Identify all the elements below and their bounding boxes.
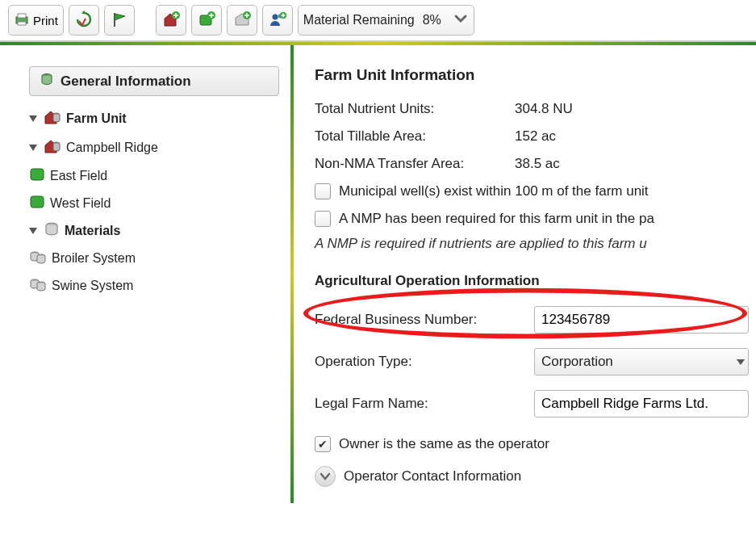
farm-icon	[44, 108, 61, 129]
checkbox[interactable]	[315, 211, 331, 227]
tree-node-field-1[interactable]: West Field	[29, 190, 279, 217]
status-label: Material Remaining	[303, 13, 415, 27]
flag-button[interactable]	[104, 5, 135, 36]
tree-node-materials[interactable]: Materials	[29, 217, 279, 245]
cylinder-icon	[40, 72, 54, 90]
check-label: A NMP has been required for this farm un…	[339, 211, 654, 227]
tree-label: Swine System	[52, 279, 133, 293]
check-nmp-required[interactable]: A NMP has been required for this farm un…	[315, 205, 756, 233]
checkbox[interactable]	[315, 436, 331, 452]
add-storage-button[interactable]	[227, 5, 257, 36]
checkbox[interactable]	[315, 183, 331, 199]
field-icon	[29, 194, 45, 213]
tree-node-field-0[interactable]: East Field	[29, 162, 279, 190]
row-transfer-area: Non-NMA Transfer Area: 38.5 ac	[315, 150, 756, 178]
cylinder-icon	[44, 221, 60, 241]
tree-label: Materials	[65, 224, 120, 238]
add-farm-button[interactable]	[156, 5, 186, 36]
tree-label: Broiler System	[52, 251, 136, 266]
field-icon	[29, 166, 45, 186]
svg-rect-1	[18, 14, 26, 18]
svg-point-8	[272, 14, 278, 19]
panel-header-title: General Information	[61, 73, 191, 90]
federal-business-number-input[interactable]	[534, 306, 749, 334]
add-contact-button[interactable]	[262, 5, 293, 36]
flag-icon	[111, 10, 128, 31]
toolbar: Print Material Remaining 8%	[0, 0, 756, 42]
check-owner-same[interactable]: Owner is the same as the operator	[315, 425, 756, 458]
chevron-down-icon	[320, 471, 331, 482]
label: Total Nutrient Units:	[315, 101, 515, 117]
tree-label: West Field	[50, 196, 111, 211]
field-add-icon	[198, 10, 215, 31]
sidebar: General Information Farm Unit Campbell R…	[0, 45, 292, 503]
row-nutrient-units: Total Nutrient Units: 304.8 NU	[315, 95, 756, 123]
refresh-icon	[75, 10, 93, 31]
collapse-icon	[29, 145, 37, 151]
tree-node-material-0[interactable]: Broiler System	[29, 245, 279, 272]
material-icon	[29, 249, 47, 268]
check-label: Owner is the same as the operator	[339, 436, 549, 452]
print-label: Print	[33, 14, 58, 27]
legal-farm-name-input[interactable]	[534, 390, 749, 417]
storage-add-icon	[233, 10, 251, 31]
row-federal-business-number: Federal Business Number:	[315, 299, 756, 341]
status-dropdown[interactable]: Material Remaining 8%	[298, 5, 474, 36]
collapse-icon	[29, 115, 37, 122]
print-icon	[14, 11, 30, 30]
svg-rect-15	[31, 196, 44, 208]
expand-label: Operator Contact Information	[344, 468, 521, 485]
tree-node-farm-unit[interactable]: Farm Unit	[29, 104, 279, 133]
section-heading-farm-unit-info: Farm Unit Information	[315, 66, 756, 84]
material-icon	[29, 276, 47, 296]
label: Total Tillable Area:	[315, 128, 515, 145]
add-field-button[interactable]	[191, 5, 222, 36]
status-value: 8%	[423, 13, 441, 27]
value: 38.5 ac	[515, 156, 560, 172]
value: 304.8 NU	[515, 101, 573, 117]
tree-label: Farm Unit	[66, 111, 127, 126]
expand-button[interactable]	[315, 466, 336, 487]
label: Federal Business Number:	[315, 312, 534, 328]
chevron-down-icon	[453, 10, 469, 30]
row-operator-contact[interactable]: Operator Contact Information	[315, 458, 756, 487]
tree-node-farm-0[interactable]: Campbell Ridge	[29, 133, 279, 162]
section-heading-ag-op-info: Agricultural Operation Information	[315, 273, 756, 289]
operation-type-select[interactable]: Corporation	[534, 348, 749, 375]
tree-node-material-1[interactable]: Swine System	[29, 272, 279, 300]
svg-rect-2	[18, 22, 26, 25]
farm-add-icon	[162, 10, 180, 31]
check-label: Municipal well(s) exist within 100 m of …	[339, 183, 649, 199]
value: 152 ac	[515, 128, 556, 145]
tree-label: East Field	[50, 169, 107, 183]
refresh-button[interactable]	[69, 5, 99, 36]
collapse-icon	[29, 228, 37, 234]
print-button[interactable]: Print	[8, 5, 64, 36]
farm-icon	[44, 137, 61, 158]
main-content: Farm Unit Information Total Nutrient Uni…	[292, 45, 756, 503]
panel-header-general-info[interactable]: General Information	[29, 66, 279, 96]
tree-label: Campbell Ridge	[66, 141, 158, 155]
label: Operation Type:	[315, 354, 534, 370]
select-value: Corporation	[541, 354, 613, 370]
svg-rect-14	[31, 169, 44, 180]
chevron-down-icon	[737, 359, 745, 365]
row-legal-farm-name: Legal Farm Name:	[315, 383, 756, 425]
note-nmp: A NMP is required if nutrients are appli…	[315, 233, 756, 252]
check-municipal-well[interactable]: Municipal well(s) exist within 100 m of …	[315, 178, 756, 205]
label: Legal Farm Name:	[315, 396, 534, 412]
people-add-icon	[269, 10, 286, 31]
row-tillable-area: Total Tillable Area: 152 ac	[315, 123, 756, 150]
row-operation-type: Operation Type: Corporation	[315, 341, 756, 383]
label: Non-NMA Transfer Area:	[315, 156, 515, 172]
